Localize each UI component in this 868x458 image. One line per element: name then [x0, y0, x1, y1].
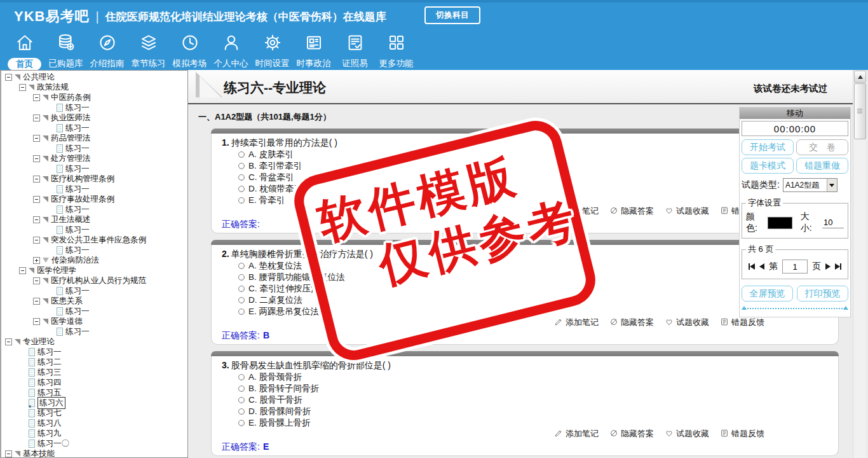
font-size-input[interactable]: [822, 217, 844, 228]
tree-item[interactable]: 练习一〇: [1, 438, 187, 448]
tree-item[interactable]: 医疗事故处理条例: [1, 194, 187, 204]
option-radio[interactable]: [238, 420, 245, 426]
hide-answer-button[interactable]: 隐藏答案: [609, 317, 654, 328]
tree-item[interactable]: 练习一: [1, 163, 187, 174]
collapse-icon[interactable]: [33, 277, 40, 284]
favorite-question-button[interactable]: 试题收藏: [665, 428, 709, 440]
panel-move-handle[interactable]: 移动: [740, 108, 850, 119]
tree-item[interactable]: 处方管理法: [1, 153, 187, 163]
nav-item-gear[interactable]: 时间设置: [252, 33, 293, 71]
wrong-feedback-button[interactable]: 错题反馈: [720, 317, 764, 328]
option-radio[interactable]: [238, 174, 245, 181]
collapse-icon[interactable]: [33, 318, 40, 325]
tree-item[interactable]: 练习五: [1, 387, 187, 398]
collapse-icon[interactable]: [5, 338, 12, 345]
nav-item-layers[interactable]: 章节练习: [128, 33, 169, 71]
tree-item[interactable]: 练习二: [1, 357, 187, 367]
tree-item[interactable]: 基本技能: [1, 448, 187, 458]
tree-item[interactable]: 医学道德: [1, 316, 187, 326]
collapse-icon[interactable]: [33, 135, 40, 142]
add-note-button[interactable]: 添加笔记: [554, 317, 599, 328]
tree-item[interactable]: 执业医师法: [1, 113, 187, 123]
option-radio[interactable]: [238, 186, 245, 192]
option-radio[interactable]: [238, 408, 245, 415]
page-number-input[interactable]: [782, 260, 808, 274]
favorite-question-button[interactable]: 试题收藏: [665, 205, 709, 217]
collapse-icon[interactable]: [5, 74, 12, 81]
chevron-down-icon[interactable]: [827, 179, 837, 191]
tree-item[interactable]: 专业理论: [1, 337, 187, 347]
tree-item[interactable]: 医疗机构管理条例: [1, 174, 187, 184]
collapse-icon[interactable]: [5, 450, 12, 457]
nav-item-cert[interactable]: 证照易: [334, 33, 376, 71]
question-type-select[interactable]: A1A2型题: [783, 178, 837, 192]
option-radio[interactable]: [238, 151, 245, 158]
tree-item[interactable]: 练习一: [1, 245, 187, 255]
nav-item-news[interactable]: 时事政治: [293, 33, 334, 71]
add-note-button[interactable]: 添加笔记: [554, 428, 599, 440]
tree-item[interactable]: 练习一: [1, 123, 187, 133]
tree-item[interactable]: 药品管理法: [1, 133, 187, 143]
option-radio[interactable]: [238, 286, 245, 292]
collapse-icon[interactable]: [33, 176, 40, 183]
answer-option[interactable]: E. 股骨髁上骨折: [238, 417, 828, 429]
switch-subject-button[interactable]: 切换科目: [424, 6, 480, 24]
add-note-button[interactable]: 添加笔记: [554, 205, 599, 217]
tree-item[interactable]: 卫生法概述: [1, 214, 187, 225]
submit-paper-button[interactable]: 交 卷: [796, 139, 848, 155]
tree-item[interactable]: 练习一: [1, 184, 187, 194]
collapse-icon[interactable]: [33, 237, 40, 244]
tree-item[interactable]: 练习一: [1, 225, 187, 235]
nav-item-home[interactable]: 首页: [4, 33, 45, 71]
tree-item[interactable]: 医疗机构从业人员行为规范: [1, 275, 187, 286]
nav-item-grid[interactable]: 更多功能: [376, 33, 417, 71]
tree-item[interactable]: 突发公共卫生事件应急条例: [1, 235, 187, 245]
tree-item[interactable]: 练习九: [1, 428, 187, 438]
tree-item[interactable]: 练习七: [1, 408, 187, 418]
tree-item[interactable]: 医学伦理学: [1, 265, 187, 275]
option-radio[interactable]: [238, 309, 245, 315]
tree-item[interactable]: 练习四: [1, 377, 187, 387]
redo-wrong-button[interactable]: 错题重做: [796, 158, 848, 174]
nav-item-clock[interactable]: 模拟考场: [169, 33, 210, 71]
tree-item[interactable]: 政策法规: [1, 82, 187, 92]
collapse-icon[interactable]: [19, 267, 26, 274]
collapse-icon[interactable]: [19, 84, 26, 91]
option-radio[interactable]: [238, 374, 245, 380]
tree-item[interactable]: 练习六: [1, 398, 187, 408]
tree-item[interactable]: 公共理论: [1, 72, 187, 82]
option-radio[interactable]: [238, 297, 245, 303]
tree-item[interactable]: 医患关系: [1, 296, 187, 306]
tree-item[interactable]: 练习八: [1, 418, 187, 428]
tree-item[interactable]: 练习一: [1, 204, 187, 214]
tree-item[interactable]: 练习一: [1, 347, 187, 357]
first-page-button[interactable]: [749, 263, 755, 270]
tree-item[interactable]: 中医药条例: [1, 92, 187, 102]
tree-item[interactable]: 练习一: [1, 286, 187, 296]
collapse-icon[interactable]: [33, 114, 40, 121]
scrollbar-thumb[interactable]: [854, 83, 866, 139]
option-radio[interactable]: [238, 385, 245, 392]
answer-option[interactable]: B. 股骨转子间骨折: [238, 383, 828, 394]
option-radio[interactable]: [238, 263, 245, 269]
tree-item[interactable]: 练习一: [1, 102, 187, 113]
vertical-scrollbar[interactable]: [853, 70, 865, 458]
hide-answer-button[interactable]: 隐藏答案: [609, 205, 654, 217]
expand-icon[interactable]: [33, 257, 40, 264]
print-preview-button[interactable]: 打印预览: [797, 286, 848, 302]
tree-item[interactable]: 练习一: [1, 306, 187, 316]
scroll-up-button[interactable]: [854, 71, 866, 83]
collapse-icon[interactable]: [33, 196, 40, 203]
answer-option[interactable]: C. 股骨干骨折: [238, 394, 828, 406]
tree-item[interactable]: 传染病防治法: [1, 255, 187, 265]
collapse-icon[interactable]: [33, 155, 40, 162]
favorite-question-button[interactable]: 试题收藏: [665, 317, 709, 328]
option-radio[interactable]: [238, 197, 245, 204]
font-color-swatch[interactable]: [768, 217, 792, 229]
answer-option[interactable]: A. 股骨颈骨折: [238, 371, 828, 383]
collapse-icon[interactable]: [33, 94, 40, 101]
tree-item[interactable]: 练习一: [1, 143, 187, 153]
collapse-icon[interactable]: [33, 216, 40, 223]
card-mode-button[interactable]: 题卡模式: [742, 158, 794, 174]
option-radio[interactable]: [238, 274, 245, 281]
